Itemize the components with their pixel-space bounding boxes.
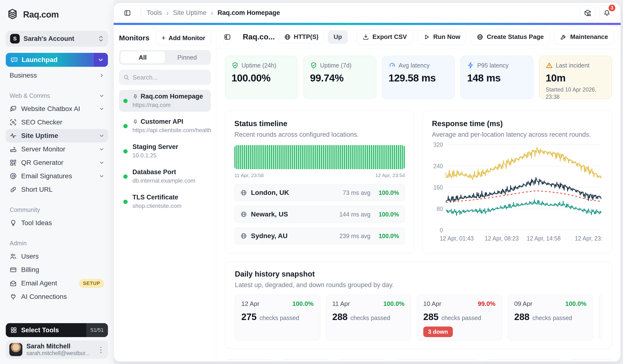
pin-icon xyxy=(133,119,138,125)
sidebar-item-label: Tool Ideas xyxy=(21,219,52,227)
card-subtitle: Average and per-location latency across … xyxy=(432,131,602,138)
tab-all[interactable]: All xyxy=(120,51,165,64)
section-web-comms[interactable]: Web & Comms xyxy=(6,92,108,99)
status-up-dot xyxy=(123,99,128,103)
status-up-dot xyxy=(123,200,128,204)
kebab-menu-icon[interactable]: ⋮ xyxy=(97,345,105,354)
monitor-item-staging-server[interactable]: Staging Server 10.0.1.25 xyxy=(119,140,211,162)
monitor-item-tls-certificate[interactable]: TLS Certificate shop.clientsite.com xyxy=(119,191,211,213)
location-name: Sydney, AU xyxy=(251,232,335,240)
package-search-button[interactable] xyxy=(580,5,595,21)
clipped-button[interactable] xyxy=(570,359,612,362)
sidebar-item-website-chatbox-ai[interactable]: Website Chatbox AI xyxy=(6,102,108,116)
day-checks-count: 288 xyxy=(333,312,348,322)
day-card-10-apr[interactable]: 10 Apr 99.0% 285 checks passed 3 down xyxy=(417,295,502,341)
location-row-london[interactable]: London, UK 73 ms avg 100.0% xyxy=(234,184,405,201)
sidebar-item-billing[interactable]: Billing xyxy=(6,263,108,277)
sidebar-item-short-url[interactable]: Short URL xyxy=(6,183,108,196)
sidebar-item-label: Business xyxy=(10,72,37,79)
stat-uptime-24h: Uptime (24h) 100.00% xyxy=(225,56,298,99)
user-profile[interactable]: Sarah Mitchell sarah.mitchell@westbur...… xyxy=(6,341,108,359)
notifications-button[interactable]: 3 xyxy=(600,5,614,21)
status-timeline-card: Status timeline Recent rounds across con… xyxy=(225,110,414,254)
status-badge: Up xyxy=(328,30,348,44)
chat-icon xyxy=(10,105,17,112)
location-row-sydney[interactable]: Sydney, AU 239 ms avg 100.0% xyxy=(234,227,405,245)
sidebar-toggle-button[interactable] xyxy=(120,5,135,21)
day-card-12-apr[interactable]: 12 Apr 100.0% 275 checks passed xyxy=(235,295,320,341)
day-checks-label: checks passed xyxy=(532,315,572,321)
monitor-url: https://raq.com xyxy=(133,102,207,108)
panel-left-icon xyxy=(124,9,131,17)
sidebar-item-email-agent[interactable]: Email Agent SETUP xyxy=(6,277,108,290)
day-card-11-apr[interactable]: 11 Apr 100.0% 288 checks passed xyxy=(326,295,411,341)
day-card-09-apr[interactable]: 09 Apr 100.0% 288 checks passed xyxy=(508,295,593,341)
run-now-button[interactable]: Run Now xyxy=(417,30,467,44)
clipped-button[interactable] xyxy=(486,359,563,362)
launchpad-expand-button[interactable] xyxy=(93,53,108,67)
export-csv-button[interactable]: Export CSV xyxy=(356,30,413,44)
response-time-chart[interactable]: 08016024032012 Apr, 01:4312 Apr, 08:2312… xyxy=(432,142,602,245)
launchpad-button[interactable]: Launchpad xyxy=(6,53,108,67)
monitor-title: Staging Server xyxy=(133,143,178,151)
monitor-item-customer-api[interactable]: Customer API https://api.clientsite.com/… xyxy=(119,115,211,137)
clipped-button[interactable] xyxy=(394,359,480,362)
sidebar-item-server-monitor[interactable]: Server Monitor xyxy=(6,143,108,156)
sidebar-item-seo-checker[interactable]: SEO Checker xyxy=(6,116,108,129)
monitor-item-database-port[interactable]: Database Port db.internal.example.com xyxy=(119,166,211,187)
select-tools-main[interactable]: Select Tools xyxy=(6,323,86,337)
clipped-button[interactable] xyxy=(281,359,329,362)
sidebar-item-qr-generator[interactable]: QR Generator xyxy=(6,156,108,169)
stat-value: 99.74% xyxy=(310,72,370,84)
monitor-url: shop.clientsite.com xyxy=(133,203,207,209)
maintenance-label: Maintenance xyxy=(570,33,608,41)
sidebar-item-ai-connections[interactable]: AI Connections xyxy=(6,290,108,303)
down-count-badge: 3 down xyxy=(423,326,453,337)
window-header: Tools › Site Uptime › Raq.com Homepage 3 xyxy=(114,3,621,23)
create-status-page-button[interactable]: Create Status Page xyxy=(471,30,550,44)
gauge-icon xyxy=(389,62,396,69)
select-tools-count: 51/51 xyxy=(86,323,108,337)
sidebar-item-users[interactable]: Users xyxy=(6,250,108,263)
clipped-button[interactable] xyxy=(225,359,274,362)
sidebar-item-label: Billing xyxy=(21,266,39,274)
monitor-item-raq-homepage[interactable]: Raq.com Homepage https://raq.com xyxy=(119,90,211,112)
breadcrumb-site-uptime[interactable]: Site Uptime xyxy=(173,9,207,17)
account-avatar: S xyxy=(10,34,20,43)
edit-button[interactable]: Edit xyxy=(619,30,621,44)
select-tools-button[interactable]: Select Tools 51/51 xyxy=(6,323,108,337)
main-scroll[interactable]: Uptime (24h) 100.00% Uptime (7d) 99.74% xyxy=(216,49,621,362)
sidebar-item-site-uptime[interactable]: Site Uptime xyxy=(6,129,108,143)
add-monitor-button[interactable]: + Add Monitor xyxy=(156,31,211,45)
monitor-search[interactable] xyxy=(119,70,211,85)
brand-logo-icon xyxy=(6,8,19,21)
globe-icon xyxy=(477,34,483,40)
uptime-timeline-bar[interactable] xyxy=(234,145,405,169)
search-input[interactable] xyxy=(133,74,206,81)
launchpad-main[interactable]: Launchpad xyxy=(6,53,93,67)
activity-icon xyxy=(10,132,17,139)
stat-note: Started 10 Apr 2026, 23:38 xyxy=(546,86,605,101)
location-row-newark[interactable]: Newark, US 144 ms avg 100.0% xyxy=(234,206,405,223)
location-name: Newark, US xyxy=(251,211,335,218)
monitor-url: 10.0.1.25 xyxy=(133,152,207,159)
maintenance-button[interactable]: Maintenance xyxy=(554,30,614,44)
account-switcher[interactable]: S Sarah's Account xyxy=(6,31,108,47)
clipped-button[interactable] xyxy=(336,359,387,362)
monitor-tabs: All Pinned xyxy=(119,50,211,65)
tab-pinned[interactable]: Pinned xyxy=(165,51,209,64)
stat-uptime-7d: Uptime (7d) 99.74% xyxy=(304,56,376,99)
location-avg-latency: 144 ms avg xyxy=(339,211,370,218)
timeline-end-label: 12 Apr, 23:54 xyxy=(375,172,405,178)
at-sign-icon xyxy=(10,172,17,180)
sidebar-item-business[interactable]: Business xyxy=(6,69,108,82)
chevron-right-icon xyxy=(99,73,104,78)
sidebar-item-tool-ideas[interactable]: Tool Ideas xyxy=(6,216,108,230)
collapse-panel-button[interactable] xyxy=(223,30,231,44)
sidebar-item-email-signatures[interactable]: Email Signatures xyxy=(6,169,108,183)
breadcrumb-tools[interactable]: Tools xyxy=(147,9,162,17)
chevron-down-icon xyxy=(99,107,104,111)
monitor-list: Raq.com Homepage https://raq.com Custome… xyxy=(119,90,211,213)
lightbulb-icon xyxy=(10,219,17,227)
divider xyxy=(141,8,141,18)
